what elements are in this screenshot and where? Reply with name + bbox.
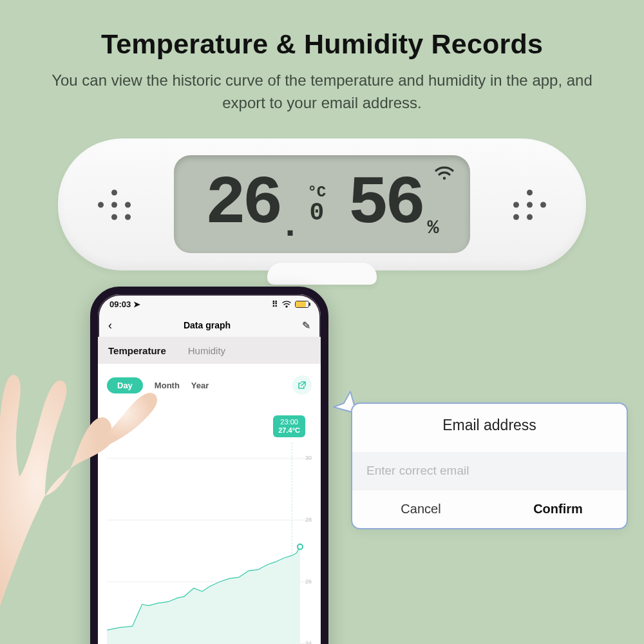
back-icon[interactable]: ‹ [108, 319, 112, 332]
range-year[interactable]: Year [191, 381, 209, 390]
status-bar: 09:03 ➤ ⠿ [98, 294, 321, 314]
temperature-value: 26 [205, 170, 279, 238]
svg-point-0 [298, 544, 303, 549]
phone-mockup: 09:03 ➤ ⠿ ‹ Data graph ✎ Temperature Hum… [90, 287, 328, 644]
speaker-holes-right [513, 189, 546, 220]
tab-bar: Temperature Humidity [98, 337, 321, 364]
range-month[interactable]: Month [155, 381, 180, 390]
temperature-decimal: 0 [309, 201, 324, 225]
temperature-unit: °C [307, 184, 326, 201]
tab-temperature[interactable]: Temperature [108, 345, 166, 356]
sensor-device: 26 . °C 0 56 % [58, 138, 586, 270]
chart-panel: Day Month Year 30 28 26 24 23:00 27.4°C [98, 364, 321, 644]
export-button[interactable] [292, 375, 312, 395]
email-popover: Email address Enter correct email Cancel… [351, 402, 628, 529]
page-title: Temperature & Humidity Records [0, 28, 644, 60]
humidity-unit: % [427, 217, 439, 239]
email-input[interactable]: Enter correct email [352, 452, 627, 489]
tab-humidity[interactable]: Humidity [188, 345, 225, 356]
popover-heading: Email address [352, 417, 627, 434]
lcd-display: 26 . °C 0 56 % [174, 155, 470, 253]
cancel-button[interactable]: Cancel [352, 490, 489, 528]
export-icon [298, 381, 307, 390]
humidity-value: 56 [348, 170, 422, 238]
app-bar: ‹ Data graph ✎ [98, 314, 321, 337]
wifi-small-icon [282, 301, 291, 308]
chart-area: 30 28 26 24 23:00 27.4°C [107, 412, 312, 644]
clock: 09:03 [109, 299, 131, 309]
page-subtitle: You can view the historic curve of the t… [39, 70, 605, 115]
decimal-point: . [279, 205, 301, 247]
range-selector: Day Month Year [107, 375, 312, 395]
range-day[interactable]: Day [107, 377, 143, 393]
screen-title: Data graph [184, 320, 231, 330]
speaker-holes-left [98, 189, 131, 220]
confirm-button[interactable]: Confirm [489, 490, 627, 528]
signal-icon: ⠿ [272, 299, 278, 309]
location-icon: ➤ [133, 299, 140, 309]
chart-line [107, 412, 313, 644]
wifi-icon [433, 164, 456, 181]
edit-icon[interactable]: ✎ [302, 319, 310, 332]
battery-icon [295, 301, 309, 308]
